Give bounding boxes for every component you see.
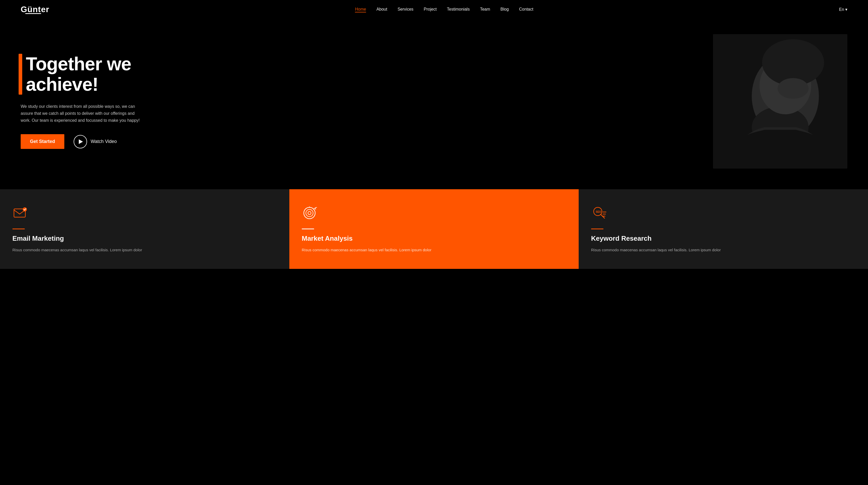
nav-link-about[interactable]: About — [376, 7, 387, 11]
hero-actions: Get Started Watch Video — [21, 134, 176, 149]
market-analysis-icon — [302, 205, 318, 221]
nav-item-blog[interactable]: Blog — [500, 7, 509, 11]
market-analysis-underline — [302, 229, 314, 229]
nav-item-testimonials[interactable]: Testimonials — [447, 7, 470, 11]
nav-link-services[interactable]: Services — [398, 7, 413, 11]
keyword-research-title: Keyword Research — [591, 234, 856, 242]
market-analysis-desc: Risus commodo maecenas accumsan laqus ve… — [302, 247, 566, 253]
hero-person-image — [713, 34, 847, 169]
nav-item-about[interactable]: About — [376, 7, 387, 11]
email-marketing-title: Email Marketing — [12, 234, 277, 242]
nav-item-project[interactable]: Project — [424, 7, 437, 11]
svg-point-11 — [306, 209, 313, 217]
nav-item-contact[interactable]: Contact — [519, 7, 533, 11]
language-selector[interactable]: En ▾ — [839, 7, 847, 12]
person-silhouette-svg — [713, 34, 847, 169]
hero-title-line2: achieve! — [26, 74, 98, 95]
hero-content: Together we achieve! We study our client… — [21, 54, 176, 149]
svg-point-12 — [308, 211, 311, 215]
hero-title-wrapper: Together we achieve! — [21, 54, 176, 95]
hero-title-line1: Together we — [26, 54, 131, 74]
hero-description: We study our clients interest from all p… — [21, 103, 145, 124]
svg-point-9 — [23, 207, 27, 211]
email-marketing-icon — [12, 205, 29, 221]
play-button-circle[interactable] — [74, 135, 87, 148]
navbar: Günter Home About Services Project Testi… — [0, 0, 868, 19]
orange-accent-bar — [19, 54, 22, 95]
hero-section: Together we achieve! We study our client… — [0, 19, 868, 189]
get-started-button[interactable]: Get Started — [21, 134, 64, 149]
nav-link-home[interactable]: Home — [355, 7, 366, 12]
watch-video-label: Watch Video — [91, 139, 117, 144]
logo-text: Günter — [21, 5, 49, 14]
nav-item-services[interactable]: Services — [398, 7, 413, 11]
nav-link-testimonials[interactable]: Testimonials — [447, 7, 470, 11]
keyword-research-icon: SEO — [591, 205, 608, 221]
nav-link-team[interactable]: Team — [480, 7, 490, 11]
email-marketing-desc: Risus commodo maecenas accumsan laqus ve… — [12, 247, 277, 253]
nav-link-project[interactable]: Project — [424, 7, 437, 11]
nav-item-home[interactable]: Home — [355, 7, 366, 11]
hero-image-container — [451, 34, 847, 169]
keyword-research-underline — [591, 229, 603, 229]
nav-item-team[interactable]: Team — [480, 7, 490, 11]
market-analysis-title: Market Analysis — [302, 234, 566, 242]
email-marketing-underline — [12, 229, 25, 229]
play-icon — [79, 139, 83, 144]
nav-link-contact[interactable]: Contact — [519, 7, 533, 11]
watch-video-button[interactable]: Watch Video — [74, 135, 117, 148]
nav-links: Home About Services Project Testimonials… — [355, 7, 533, 11]
nav-link-blog[interactable]: Blog — [500, 7, 509, 11]
service-card-email-marketing: Email Marketing Risus commodo maecenas a… — [0, 189, 289, 269]
services-section: Email Marketing Risus commodo maecenas a… — [0, 189, 868, 269]
keyword-research-desc: Risus commodo maecenas accumsan laqus ve… — [591, 247, 856, 253]
service-card-market-analysis: Market Analysis Risus commodo maecenas a… — [289, 189, 579, 269]
svg-text:SEO: SEO — [596, 210, 601, 213]
svg-point-7 — [778, 78, 809, 99]
svg-point-10 — [304, 207, 315, 219]
logo[interactable]: Günter — [21, 5, 49, 14]
hero-title: Together we achieve! — [21, 54, 176, 95]
service-card-keyword-research: SEO Keyword Research Risus commodo maece… — [579, 189, 868, 269]
